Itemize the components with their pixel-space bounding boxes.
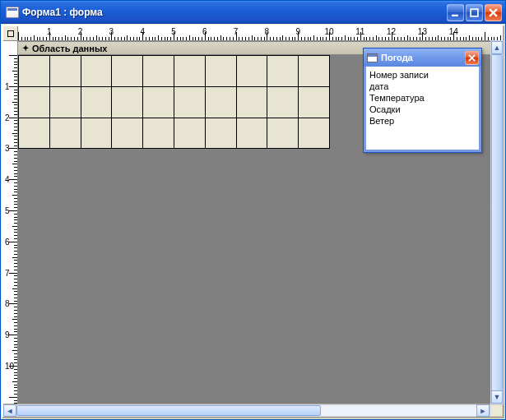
grid-cell[interactable] (143, 118, 174, 150)
section-label: Область данных (32, 44, 107, 53)
ruler-h-number: 8 (265, 27, 270, 36)
grid-cell[interactable] (206, 56, 237, 87)
grid-cell[interactable] (19, 118, 50, 150)
grid-cell[interactable] (174, 56, 206, 87)
grid-cell[interactable] (19, 56, 50, 87)
ruler-v-number: 10 (5, 362, 14, 371)
svg-rect-1 (471, 9, 478, 16)
ruler-v-number: 7 (5, 268, 10, 277)
window-title: Форма1 : форма (22, 7, 447, 18)
ruler-h-number: 7 (234, 27, 239, 36)
ruler-v-number: 6 (5, 237, 10, 246)
field-list-close-button[interactable] (465, 51, 479, 65)
grid-cell[interactable] (299, 56, 330, 87)
grid-cell[interactable] (50, 56, 81, 87)
ruler-v-number: 2 (5, 113, 10, 122)
grid-cell[interactable] (267, 56, 299, 87)
grid-cell[interactable] (237, 118, 268, 150)
horizontal-ruler[interactable]: 1234567891011121314 (18, 26, 503, 41)
svg-rect-0 (452, 14, 458, 16)
section-icon: ✦ (21, 44, 30, 53)
ruler-h-number: 4 (140, 27, 145, 36)
grid-cell[interactable] (267, 118, 299, 150)
grid-cell[interactable] (237, 56, 268, 87)
field-list-title: Погода (381, 53, 465, 62)
hscroll-track[interactable] (16, 404, 476, 417)
field-list-item[interactable]: Ветер (368, 115, 477, 127)
ruler-h-number: 10 (324, 27, 333, 36)
grid-cell[interactable] (81, 118, 113, 150)
grid-cell[interactable] (237, 87, 268, 118)
window-controls (447, 4, 502, 21)
vertical-scrollbar[interactable]: ▲ ▼ (490, 40, 504, 404)
scroll-up-button[interactable]: ▲ (491, 41, 503, 54)
minimize-button[interactable] (447, 4, 464, 21)
vertical-ruler[interactable]: 12345678910 (3, 41, 18, 404)
ruler-h-number: 13 (418, 27, 427, 36)
hscroll-thumb[interactable] (16, 405, 321, 416)
grid-cell[interactable] (299, 118, 330, 150)
ruler-v-number: 5 (5, 206, 10, 215)
grid-cell[interactable] (206, 87, 237, 118)
ruler-h-number: 1 (47, 27, 52, 36)
ruler-h-number: 11 (355, 27, 364, 36)
ruler-h-number: 12 (387, 27, 396, 36)
vscroll-thumb[interactable] (491, 54, 503, 391)
ruler-v-number: 4 (5, 175, 10, 184)
titlebar[interactable]: Форма1 : форма (1, 1, 505, 24)
table-icon (367, 53, 378, 62)
ruler-h-number: 2 (78, 27, 83, 36)
ruler-v-number: 1 (5, 81, 10, 90)
field-list-window[interactable]: Погода Номер записидатаТемператураОсадки… (363, 48, 482, 153)
grid-cell[interactable] (19, 87, 50, 118)
grid-cell[interactable] (81, 87, 113, 118)
grid-cell[interactable] (50, 87, 81, 118)
ruler-v-number: 8 (5, 299, 10, 308)
grid-cell[interactable] (143, 56, 174, 87)
field-list-item[interactable]: Номер записи (368, 69, 477, 81)
scroll-right-button[interactable]: ► (476, 404, 490, 417)
field-list-item[interactable]: Осадки (368, 104, 477, 115)
grid-cell[interactable] (50, 118, 81, 150)
grid-cell[interactable] (267, 87, 299, 118)
form-selector[interactable] (3, 26, 18, 41)
grid-cell[interactable] (143, 87, 174, 118)
grid-cell[interactable] (112, 118, 143, 150)
close-button[interactable] (485, 4, 502, 21)
ruler-h-number: 9 (295, 27, 300, 36)
grid-cell[interactable] (299, 87, 330, 118)
grid-cell[interactable] (112, 87, 143, 118)
grid-cell[interactable] (174, 118, 206, 150)
grid-cell[interactable] (206, 118, 237, 150)
detail-section-grid[interactable] (18, 55, 330, 149)
grid-cell[interactable] (174, 87, 206, 118)
ruler-h-number: 14 (449, 27, 458, 36)
ruler-h-number: 5 (171, 27, 176, 36)
vscroll-track[interactable] (491, 54, 503, 390)
field-list-body: Номер записидатаТемператураОсадкиВетер (364, 67, 481, 152)
ruler-v-number: 3 (5, 144, 10, 153)
scroll-down-button[interactable]: ▼ (491, 390, 503, 404)
horizontal-scrollbar[interactable]: ◄ ► (3, 404, 503, 417)
grid-cell[interactable] (81, 56, 113, 87)
grid-cell[interactable] (112, 56, 143, 87)
scroll-corner (490, 404, 503, 417)
scroll-left-button[interactable]: ◄ (3, 404, 16, 417)
ruler-h-number: 6 (202, 27, 207, 36)
form-design-window: Форма1 : форма 1234567891011121314 12345… (0, 0, 506, 420)
ruler-h-number: 3 (109, 27, 114, 36)
maximize-button[interactable] (466, 4, 483, 21)
form-icon (6, 7, 19, 18)
field-list-item[interactable]: дата (368, 81, 477, 92)
field-list-titlebar[interactable]: Погода (364, 48, 481, 67)
field-list-item[interactable]: Температура (368, 92, 477, 104)
ruler-v-number: 9 (5, 330, 10, 339)
